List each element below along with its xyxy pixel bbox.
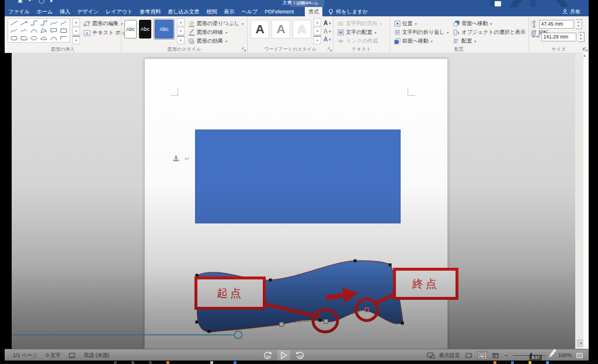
- selection-pane-button[interactable]: オブジェクトの選択と表示: [452, 28, 527, 36]
- word-count[interactable]: 0 文字: [46, 352, 61, 359]
- shape-curve-icon[interactable]: [49, 19, 58, 26]
- tab-view[interactable]: 表示: [221, 7, 238, 16]
- height-input[interactable]: 47.45 mm: [539, 20, 574, 29]
- collapse-ribbon-icon[interactable]: ∧: [582, 47, 585, 52]
- bring-forward-button[interactable]: 前面へ移動▾: [393, 37, 450, 46]
- position-button[interactable]: 位置▾: [393, 19, 450, 27]
- print-layout-icon[interactable]: [478, 351, 487, 359]
- align-objects-button[interactable]: 配置▾: [452, 37, 527, 46]
- taskbar-app-icon[interactable]: [166, 361, 169, 364]
- zoom-out-icon[interactable]: −: [505, 352, 508, 359]
- shape-arrow-icon[interactable]: [19, 19, 29, 26]
- taskbar-app-icon[interactable]: [546, 361, 549, 364]
- align-text-button[interactable]: 文字の配置▾: [336, 28, 383, 36]
- display-settings-label[interactable]: 表示設定: [439, 352, 460, 359]
- scroll-up-icon[interactable]: ▲: [583, 54, 586, 57]
- tab-file[interactable]: ファイル: [5, 7, 33, 16]
- shape-snip-rect-icon[interactable]: [19, 34, 29, 41]
- shape-squiggle-icon[interactable]: [59, 19, 68, 26]
- zoom-dialog-icon[interactable]: [576, 353, 583, 358]
- wordart-swatch-1[interactable]: A: [251, 20, 269, 38]
- shape-style-swatch-3-selected[interactable]: Abc: [155, 20, 173, 38]
- web-layout-icon[interactable]: [492, 352, 500, 359]
- text-direction-button[interactable]: 文字列の方向▾: [336, 19, 383, 27]
- text-fill-button[interactable]: A▾: [324, 19, 331, 27]
- shape-rectangle-icon[interactable]: [59, 27, 68, 34]
- taskbar-app-icon[interactable]: [149, 361, 152, 364]
- taskbar-app-icon[interactable]: [511, 361, 514, 364]
- shape-gallery[interactable]: [8, 18, 70, 43]
- width-input[interactable]: 141.29 mm: [541, 33, 576, 41]
- tab-design[interactable]: デザイン: [74, 7, 102, 16]
- taskbar-app-icon[interactable]: [234, 361, 237, 364]
- endpoint-vertex[interactable]: [365, 308, 369, 312]
- width-stepper[interactable]: ▲▼: [578, 32, 585, 42]
- read-mode-icon[interactable]: [465, 352, 473, 359]
- shape-rounded-rect-icon[interactable]: [9, 34, 19, 41]
- shape-freeform-icon[interactable]: [9, 27, 19, 34]
- taskbar-app-icon[interactable]: [210, 361, 213, 364]
- wordart-up-icon[interactable]: ▲: [314, 18, 321, 26]
- rewind-10-icon[interactable]: 10: [263, 351, 272, 360]
- tab-pdfelement[interactable]: PDFelement: [261, 7, 297, 16]
- wordart-swatch-2[interactable]: A: [272, 20, 290, 38]
- text-outline-button[interactable]: A▾: [324, 27, 331, 35]
- tab-insert[interactable]: 挿入: [56, 7, 74, 16]
- tab-home[interactable]: ホーム: [33, 7, 56, 16]
- zoom-percentage[interactable]: 100%: [558, 352, 572, 358]
- scrollbar-thumb[interactable]: ▲: [583, 52, 589, 349]
- tab-review[interactable]: 校閲: [203, 7, 221, 16]
- styles-down-icon[interactable]: ▼: [177, 27, 185, 35]
- taskbar-app-icon[interactable]: [493, 361, 496, 364]
- gallery-more-icon[interactable]: ▼: [72, 36, 80, 44]
- create-link-button[interactable]: リンクの作成: [336, 37, 383, 46]
- gallery-up-icon[interactable]: ▲: [72, 18, 80, 26]
- shape-effects-button[interactable]: 図形の効果▾: [187, 37, 245, 46]
- shape-oval-icon[interactable]: [29, 34, 39, 41]
- document-canvas[interactable]: ↵: [12, 52, 589, 349]
- shape-line-icon[interactable]: [9, 19, 19, 26]
- language-indicator[interactable]: 英語 (米国): [84, 352, 110, 359]
- forward-30-icon[interactable]: 30: [295, 351, 305, 360]
- gallery-down-icon[interactable]: ▼: [72, 27, 80, 35]
- proofing-icon[interactable]: [69, 352, 75, 359]
- vertical-scrollbar[interactable]: ▼ ▲: [575, 52, 589, 349]
- shape-chord-icon[interactable]: [39, 34, 48, 41]
- styles-up-icon[interactable]: ▲: [177, 18, 185, 26]
- shape-elbow-icon[interactable]: [29, 19, 39, 26]
- shape-callout-icon[interactable]: [49, 27, 58, 34]
- tab-layout[interactable]: レイアウト: [102, 7, 136, 16]
- wordart-swatch-3[interactable]: A: [293, 20, 311, 38]
- taskbar-app-icon[interactable]: [131, 361, 134, 364]
- page-count[interactable]: 1/1 ページ: [13, 352, 37, 359]
- shape-polygon-icon[interactable]: [39, 27, 48, 34]
- styles-more-icon[interactable]: ▼: [177, 36, 185, 44]
- shape-arc2-icon[interactable]: [49, 34, 58, 41]
- tab-references[interactable]: 参考資料: [136, 7, 164, 16]
- taskbar-app-icon[interactable]: [529, 361, 531, 364]
- wrap-text-button[interactable]: 文字列の折り返し▾: [393, 28, 450, 36]
- shape-style-swatch-2[interactable]: Abc: [139, 20, 151, 38]
- account-avatar[interactable]: [495, 1, 501, 6]
- shape-scribble-icon[interactable]: [19, 27, 29, 34]
- shape-halfframe-icon[interactable]: [59, 34, 68, 41]
- height-stepper[interactable]: ▲▼: [576, 19, 582, 29]
- shape-fill-button[interactable]: 図形の塗りつぶし▾: [187, 19, 245, 27]
- shape-outline-button[interactable]: 図形の枠線▾: [187, 28, 245, 36]
- tell-me-box[interactable]: 何をしますか: [328, 7, 368, 16]
- shape-style-swatch-1[interactable]: Abc: [124, 20, 137, 38]
- text-effects-button[interactable]: A▾: [324, 36, 331, 43]
- windows-taskbar[interactable]: [0, 360, 598, 364]
- wordart-down-icon[interactable]: ▼: [314, 27, 321, 35]
- play-button[interactable]: [277, 350, 290, 360]
- scrollbar-track[interactable]: ▼: [575, 52, 583, 349]
- tab-format-active[interactable]: 書式: [305, 7, 322, 16]
- share-button[interactable]: 共有: [562, 7, 580, 16]
- shape-elbow-arrow-icon[interactable]: [39, 19, 48, 26]
- shape-arc-icon[interactable]: [29, 27, 39, 34]
- tab-mailings[interactable]: 差し込み文書: [164, 7, 203, 16]
- send-backward-button[interactable]: 背面へ移動▾: [452, 19, 527, 27]
- wordart-more-icon[interactable]: ▼: [314, 36, 321, 44]
- taskbar-app-icon[interactable]: [114, 361, 117, 364]
- tab-help[interactable]: ヘルプ: [238, 7, 262, 16]
